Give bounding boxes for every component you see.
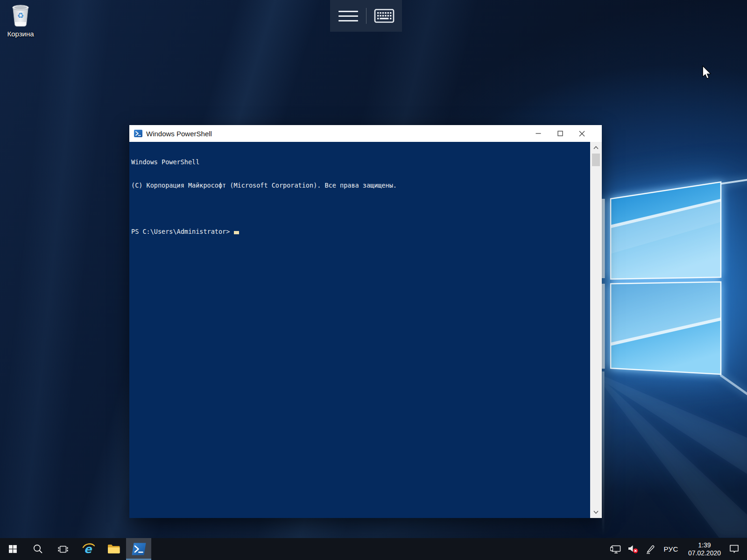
tray-time: 1:39 xyxy=(698,541,711,549)
file-explorer-button[interactable] xyxy=(101,538,126,560)
console-scrollbar[interactable] xyxy=(590,142,602,518)
console-toolbar xyxy=(330,0,402,32)
logo-bottom-pane xyxy=(611,282,721,374)
chevron-down-icon xyxy=(593,511,599,514)
minimize-button[interactable] xyxy=(527,125,549,142)
keyboard-button[interactable] xyxy=(366,0,402,32)
chevron-up-icon xyxy=(593,146,599,149)
windows-start-icon xyxy=(9,545,17,553)
logo-left-sliver-bottom xyxy=(602,284,605,369)
prompt-text: PS C:\Users\Administrator> xyxy=(131,228,230,235)
recycle-bin[interactable]: ♻ Корзина xyxy=(4,3,37,38)
logo-corner-streak xyxy=(720,373,747,399)
search-button[interactable] xyxy=(25,538,50,560)
window-title: Windows PowerShell xyxy=(146,130,212,138)
keyboard-icon xyxy=(374,8,395,23)
maximize-button[interactable] xyxy=(549,125,571,142)
minimize-icon xyxy=(536,131,541,136)
taskbar: e xyxy=(0,538,747,560)
recycle-bin-icon: ♻ xyxy=(9,3,32,27)
console-prompt-line: PS C:\Users\Administrator> xyxy=(131,228,590,236)
system-tray: РУС 1:39 07.02.2020 xyxy=(609,538,747,560)
scroll-up-button[interactable] xyxy=(590,142,602,154)
action-center-button[interactable] xyxy=(728,543,740,555)
toolbar-divider xyxy=(366,8,366,24)
action-center-icon xyxy=(729,545,739,553)
language-indicator[interactable]: РУС xyxy=(661,545,681,553)
logo-corner-streak xyxy=(720,178,747,185)
pen-icon xyxy=(646,545,655,554)
console-line xyxy=(131,204,590,212)
task-view-icon xyxy=(58,545,68,553)
titlebar[interactable]: Windows PowerShell xyxy=(129,125,602,142)
logo-left-sliver-top xyxy=(602,199,605,278)
console-output[interactable]: Windows PowerShell (C) Корпорация Майкро… xyxy=(129,142,590,518)
console-line: (C) Корпорация Майкрософт (Microsoft Cor… xyxy=(131,182,590,189)
clock[interactable]: 1:39 07.02.2020 xyxy=(685,541,724,557)
close-icon xyxy=(579,131,585,137)
network-icon xyxy=(610,545,621,553)
powershell-icon xyxy=(132,543,146,555)
taskbar-buttons: e xyxy=(0,538,151,560)
window-controls xyxy=(527,125,593,142)
hamburger-menu-icon xyxy=(338,11,358,21)
internet-explorer-button[interactable]: e xyxy=(76,538,101,560)
close-button[interactable] xyxy=(571,125,593,142)
windows-logo-wallpaper xyxy=(598,178,747,538)
console-line: Windows PowerShell xyxy=(131,158,590,166)
scroll-down-button[interactable] xyxy=(590,506,602,518)
text-cursor xyxy=(234,231,239,234)
recycle-bin-label: Корзина xyxy=(4,30,37,38)
logo-glow-line xyxy=(602,371,605,536)
task-view-button[interactable] xyxy=(50,538,76,560)
start-button[interactable] xyxy=(0,538,25,560)
pen-tray-button[interactable] xyxy=(644,543,656,556)
powershell-title-icon xyxy=(134,130,142,137)
speaker-muted-icon xyxy=(628,545,639,553)
volume-tray-button[interactable] xyxy=(627,543,640,555)
logo-top-pane xyxy=(611,182,721,279)
powershell-window: Windows PowerShell Windows PowerShell (C… xyxy=(129,125,602,518)
menu-button[interactable] xyxy=(330,0,366,32)
recycle-symbol: ♻ xyxy=(17,11,24,19)
file-explorer-icon xyxy=(107,544,120,554)
internet-explorer-icon: e xyxy=(82,543,95,555)
maximize-icon xyxy=(557,131,563,136)
network-tray-button[interactable] xyxy=(609,543,622,555)
tray-date: 07.02.2020 xyxy=(688,549,721,557)
search-icon xyxy=(33,544,43,554)
powershell-taskbar-button[interactable] xyxy=(126,538,151,560)
scrollbar-thumb[interactable] xyxy=(592,154,600,166)
